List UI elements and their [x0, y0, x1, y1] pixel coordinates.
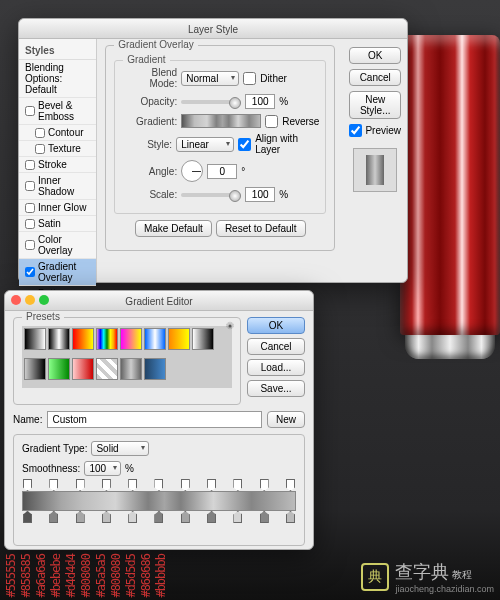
opacity-stop[interactable]: [102, 479, 111, 491]
preview-thumbnail: [353, 148, 397, 192]
style-item-texture[interactable]: Texture: [19, 141, 96, 157]
name-label: Name:: [13, 414, 42, 425]
color-stop[interactable]: [49, 511, 58, 523]
opacity-stop[interactable]: [181, 479, 190, 491]
preset-swatch[interactable]: [24, 358, 46, 380]
cancel-button[interactable]: Cancel: [247, 338, 305, 355]
preset-swatch[interactable]: [144, 358, 166, 380]
opacity-stop[interactable]: [49, 479, 58, 491]
style-checkbox[interactable]: [25, 181, 35, 191]
preset-swatch[interactable]: [24, 328, 46, 350]
preset-swatch[interactable]: [120, 358, 142, 380]
opacity-stop[interactable]: [233, 479, 242, 491]
close-icon[interactable]: [11, 295, 21, 305]
opacity-stop[interactable]: [76, 479, 85, 491]
styles-header[interactable]: Styles: [19, 42, 96, 60]
angle-field[interactable]: 0: [207, 164, 237, 179]
opacity-stop[interactable]: [286, 479, 295, 491]
preview-toggle[interactable]: Preview: [349, 124, 401, 137]
style-checkbox[interactable]: [35, 144, 45, 154]
presets-label: Presets: [22, 311, 64, 322]
style-item-inner-glow[interactable]: Inner Glow: [19, 200, 96, 216]
style-item-bevel-emboss[interactable]: Bevel & Emboss: [19, 98, 96, 125]
style-checkbox[interactable]: [35, 128, 45, 138]
preset-swatch[interactable]: [120, 328, 142, 350]
color-stop[interactable]: [102, 511, 111, 523]
opacity-stop[interactable]: [207, 479, 216, 491]
new-style-button[interactable]: New Style...: [349, 91, 401, 119]
style-item-contour[interactable]: Contour: [19, 125, 96, 141]
opacity-stop[interactable]: [23, 479, 32, 491]
cancel-button[interactable]: Cancel: [349, 69, 401, 86]
zoom-icon[interactable]: [39, 295, 49, 305]
preset-swatch[interactable]: [48, 358, 70, 380]
style-select[interactable]: Linear: [176, 137, 234, 152]
opacity-stop[interactable]: [260, 479, 269, 491]
style-item-color-overlay[interactable]: Color Overlay: [19, 232, 96, 259]
save-button[interactable]: Save...: [247, 380, 305, 397]
minimize-icon[interactable]: [25, 295, 35, 305]
color-stop[interactable]: [286, 511, 295, 523]
preset-swatch[interactable]: [168, 328, 190, 350]
window-controls[interactable]: [11, 295, 49, 305]
style-item-stroke[interactable]: Stroke: [19, 157, 96, 173]
gradient-type-select[interactable]: Solid: [91, 441, 149, 456]
hex-label: #a5a5a5: [94, 554, 108, 598]
color-stop[interactable]: [260, 511, 269, 523]
gradient-editor-titlebar[interactable]: Gradient Editor: [5, 291, 313, 311]
hex-label: #a6a6a6: [34, 554, 48, 598]
make-default-button[interactable]: Make Default: [135, 220, 212, 237]
gradient-picker[interactable]: [181, 114, 261, 128]
color-stop[interactable]: [76, 511, 85, 523]
scale-field[interactable]: 100: [245, 187, 275, 202]
blending-options-row[interactable]: Blending Options: Default: [19, 60, 96, 98]
style-checkbox[interactable]: [25, 203, 35, 213]
preset-swatch[interactable]: [72, 328, 94, 350]
color-stop[interactable]: [181, 511, 190, 523]
gradient-editor-dialog: Gradient Editor Presets OK Cancel Load..…: [4, 290, 314, 550]
gradient-ramp[interactable]: [22, 491, 296, 511]
presets-menu-icon[interactable]: [224, 320, 236, 332]
color-stop[interactable]: [207, 511, 216, 523]
angle-dial[interactable]: [181, 160, 203, 182]
preset-swatch[interactable]: [96, 328, 118, 350]
ok-button[interactable]: OK: [247, 317, 305, 334]
opacity-slider[interactable]: [181, 100, 241, 104]
new-button[interactable]: New: [267, 411, 305, 428]
style-item-satin[interactable]: Satin: [19, 216, 96, 232]
reset-default-button[interactable]: Reset to Default: [216, 220, 306, 237]
opacity-field[interactable]: 100: [245, 94, 275, 109]
color-stop[interactable]: [233, 511, 242, 523]
style-checkbox[interactable]: [25, 160, 35, 170]
name-field[interactable]: [47, 411, 262, 428]
blend-mode-label: Blend Mode:: [121, 67, 177, 89]
preset-swatch[interactable]: [96, 358, 118, 380]
style-checkbox[interactable]: [25, 267, 35, 277]
preset-swatch[interactable]: [192, 328, 214, 350]
style-item-gradient-overlay[interactable]: Gradient Overlay: [19, 259, 96, 286]
reverse-checkbox[interactable]: [265, 115, 278, 128]
style-checkbox[interactable]: [25, 219, 35, 229]
scale-slider[interactable]: [181, 193, 241, 197]
gradient-overlay-panel: Gradient Overlay Gradient Blend Mode: No…: [97, 39, 343, 282]
preset-swatch[interactable]: [144, 328, 166, 350]
layer-style-titlebar[interactable]: Layer Style: [19, 19, 407, 39]
style-item-inner-shadow[interactable]: Inner Shadow: [19, 173, 96, 200]
color-stop[interactable]: [128, 511, 137, 523]
hex-label: #858585: [19, 554, 33, 598]
opacity-stop[interactable]: [154, 479, 163, 491]
preset-swatch[interactable]: [48, 328, 70, 350]
blend-mode-select[interactable]: Normal: [181, 71, 239, 86]
preset-swatch[interactable]: [72, 358, 94, 380]
ok-button[interactable]: OK: [349, 47, 401, 64]
load-button[interactable]: Load...: [247, 359, 305, 376]
dither-checkbox[interactable]: [243, 72, 256, 85]
color-stop[interactable]: [154, 511, 163, 523]
smoothness-field[interactable]: 100: [84, 461, 121, 476]
style-checkbox[interactable]: [25, 240, 35, 250]
color-stop[interactable]: [23, 511, 32, 523]
style-checkbox[interactable]: [25, 106, 35, 116]
preview-checkbox[interactable]: [349, 124, 362, 137]
align-checkbox[interactable]: [238, 138, 251, 151]
opacity-stop[interactable]: [128, 479, 137, 491]
